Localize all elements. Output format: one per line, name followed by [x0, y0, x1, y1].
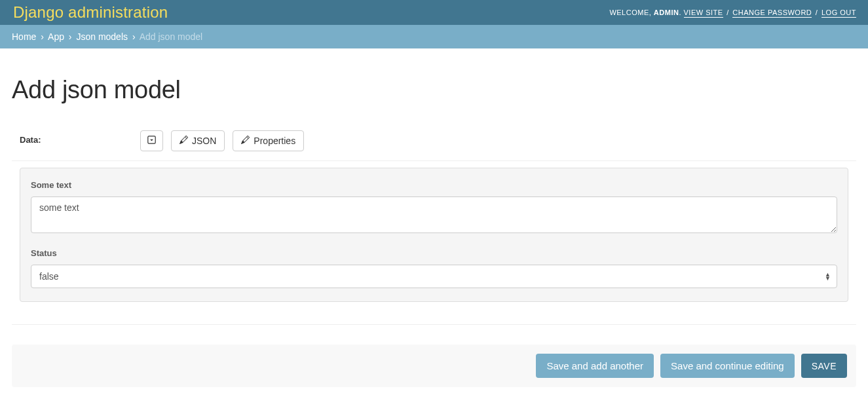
- breadcrumb-models[interactable]: Json models: [76, 31, 128, 42]
- change-password-link[interactable]: CHANGE PASSWORD: [732, 9, 812, 18]
- logout-link[interactable]: LOG OUT: [821, 9, 856, 18]
- some-text-input[interactable]: some text: [31, 196, 837, 233]
- some-text-label: Some text: [31, 180, 837, 190]
- submit-row: Save and add another Save and continue e…: [12, 345, 856, 387]
- site-title: Django administration: [13, 3, 168, 22]
- status-select[interactable]: false: [31, 265, 837, 288]
- breadcrumb-current: Add json model: [140, 31, 203, 42]
- page-title: Add json model: [12, 76, 856, 104]
- some-text-field-group: Some text some text: [31, 180, 837, 235]
- breadcrumb-app[interactable]: App: [48, 31, 64, 42]
- content: Add json model Data: JSON: [0, 48, 868, 400]
- breadcrumb: Home › App › Json models › Add json mode…: [0, 25, 868, 48]
- username: ADMIN: [654, 9, 679, 16]
- breadcrumb-home[interactable]: Home: [12, 31, 36, 42]
- pencil-icon: [241, 136, 250, 146]
- user-tools: WELCOME, ADMIN. VIEW SITE / CHANGE PASSW…: [609, 9, 856, 16]
- pencil-icon: [179, 136, 188, 146]
- save-continue-button[interactable]: Save and continue editing: [660, 354, 795, 378]
- view-site-link[interactable]: VIEW SITE: [684, 9, 723, 18]
- status-label: Status: [31, 248, 837, 258]
- json-editor-button[interactable]: JSON: [171, 130, 225, 151]
- save-add-another-button[interactable]: Save and add another: [536, 354, 654, 378]
- status-field-group: Status false ▲ ▼: [31, 248, 837, 288]
- save-button[interactable]: SAVE: [801, 354, 847, 378]
- collapse-button[interactable]: [140, 130, 163, 151]
- editor-buttons: JSON Properties: [140, 130, 304, 151]
- header: Django administration WELCOME, ADMIN. VI…: [0, 0, 868, 25]
- properties-editor-button[interactable]: Properties: [233, 130, 304, 151]
- chevron-down-box-icon: [147, 136, 156, 146]
- welcome-text: WELCOME,: [609, 9, 653, 16]
- data-row: Data: JSON: [12, 124, 856, 161]
- data-label: Data:: [20, 130, 140, 145]
- properties-panel: Some text some text Status false ▲ ▼: [20, 168, 848, 302]
